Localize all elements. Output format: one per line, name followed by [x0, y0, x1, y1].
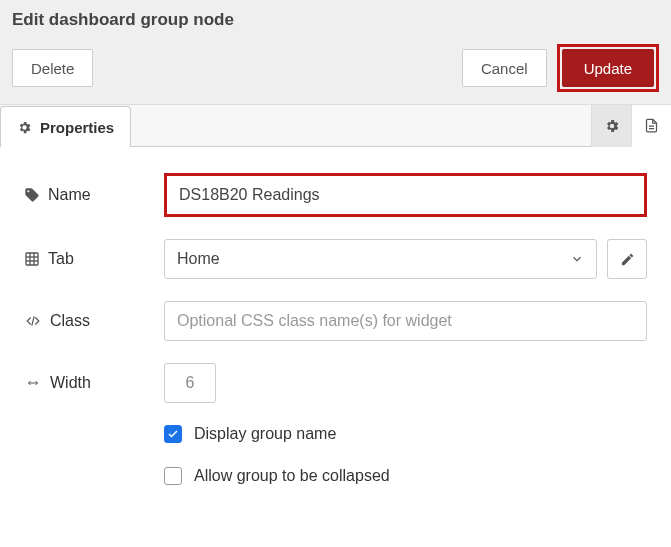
tag-icon	[24, 187, 40, 203]
tab-label: Tab	[24, 250, 164, 268]
width-input[interactable]	[164, 363, 216, 403]
dialog-title: Edit dashboard group node	[12, 10, 659, 30]
gear-icon	[17, 120, 32, 135]
allow-collapse-label: Allow group to be collapsed	[194, 467, 390, 485]
update-highlight: Update	[557, 44, 659, 92]
svg-rect-2	[26, 253, 38, 265]
width-label: Width	[24, 374, 164, 392]
notes-icon-button[interactable]	[631, 105, 671, 147]
grid-icon	[24, 251, 40, 267]
class-label: Class	[24, 312, 164, 330]
tabs-row: Properties	[0, 105, 671, 147]
file-icon	[644, 117, 659, 134]
class-input[interactable]	[164, 301, 647, 341]
name-label: Name	[24, 186, 164, 204]
display-name-label: Display group name	[194, 425, 336, 443]
display-name-checkbox[interactable]	[164, 425, 182, 443]
name-field-highlight	[164, 173, 647, 217]
pencil-icon	[620, 252, 635, 267]
update-button[interactable]: Update	[562, 49, 654, 87]
tab-select-value: Home	[177, 250, 220, 268]
gear-icon	[604, 118, 620, 134]
tab-properties[interactable]: Properties	[0, 106, 131, 147]
name-input[interactable]	[167, 176, 644, 214]
arrows-h-icon	[24, 377, 42, 389]
tab-properties-label: Properties	[40, 119, 114, 136]
edit-tab-button[interactable]	[607, 239, 647, 279]
cancel-button[interactable]: Cancel	[462, 49, 547, 87]
properties-form: Name Tab Home	[0, 147, 671, 529]
settings-icon-button[interactable]	[591, 105, 631, 147]
tab-select[interactable]: Home	[164, 239, 597, 279]
allow-collapse-checkbox[interactable]	[164, 467, 182, 485]
delete-button[interactable]: Delete	[12, 49, 93, 87]
code-icon	[24, 314, 42, 328]
svg-line-7	[32, 316, 34, 325]
action-button-row: Delete Cancel Update	[12, 44, 659, 92]
chevron-down-icon	[570, 252, 584, 266]
editor-header: Edit dashboard group node Delete Cancel …	[0, 0, 671, 105]
